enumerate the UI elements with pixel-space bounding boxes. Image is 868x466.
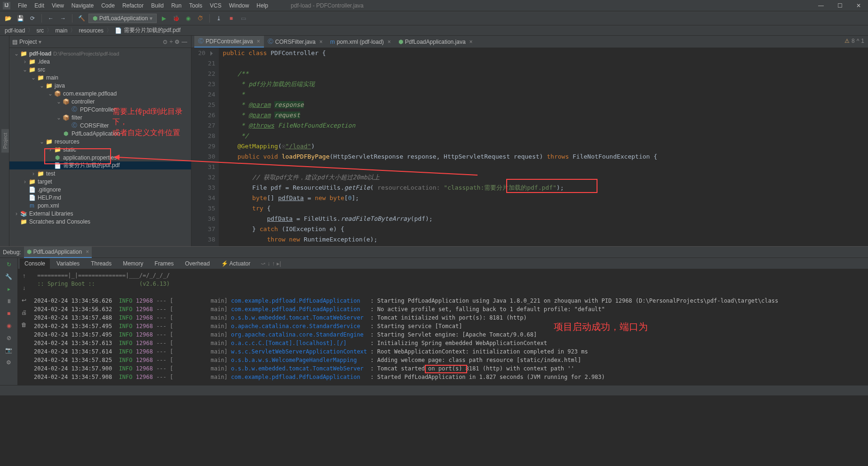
variables-tab[interactable]: Variables: [52, 258, 84, 269]
menu-window[interactable]: Window: [225, 0, 253, 11]
tree-src[interactable]: ⌄📁src: [9, 65, 191, 73]
menu-code[interactable]: Code: [97, 0, 119, 11]
resume-button[interactable]: ▸: [4, 284, 14, 294]
menu-help[interactable]: Help: [253, 0, 272, 11]
close-icon[interactable]: ×: [86, 249, 89, 255]
tree-target[interactable]: ›📁target: [9, 177, 191, 185]
menu-refactor[interactable]: Refactor: [119, 0, 147, 11]
maximize-button[interactable]: ☐: [830, 0, 849, 11]
attach-button[interactable]: ⤓: [214, 13, 224, 24]
tree-gitignore[interactable]: 📄.gitignore: [9, 185, 191, 193]
tree-appprops[interactable]: ⬢application.properties: [9, 153, 191, 161]
console-tab[interactable]: Console: [20, 258, 50, 269]
tree-idea[interactable]: ›📁.idea: [9, 57, 191, 65]
stop-debug-button[interactable]: ■: [4, 309, 14, 318]
view-breakpoints-button[interactable]: ◉: [4, 321, 14, 330]
crumb-file[interactable]: 📄 需要分片加载的pdf.pdf: [113, 26, 183, 34]
tree-test[interactable]: ›📁test: [9, 169, 191, 177]
menu-file[interactable]: File: [14, 0, 31, 11]
crumb-resources[interactable]: resources: [77, 27, 105, 34]
menu-view[interactable]: View: [48, 0, 68, 11]
undo-button[interactable]: ←: [46, 13, 56, 24]
menu-edit[interactable]: Edit: [31, 0, 48, 11]
close-icon[interactable]: ×: [319, 39, 323, 45]
tree-main[interactable]: ⌄📁main: [9, 73, 191, 81]
hide-icon[interactable]: —: [182, 39, 187, 45]
tab-pdfcontroller[interactable]: ⒸPDFController.java×: [194, 36, 264, 48]
debug-button[interactable]: 🐞: [171, 13, 181, 24]
close-icon[interactable]: ×: [388, 39, 391, 45]
open-button[interactable]: 📂: [3, 13, 13, 24]
scroll-up-button[interactable]: ↑: [19, 271, 29, 281]
tree-controller[interactable]: ⌄📦controller: [9, 97, 191, 105]
modify-button[interactable]: 🔧: [4, 272, 14, 281]
step-over-button[interactable]: ⤻: [261, 260, 265, 267]
chevron-down-icon[interactable]: ▾: [39, 39, 41, 45]
threads-tab[interactable]: Threads: [86, 258, 116, 269]
overhead-tab[interactable]: Overhead: [180, 258, 215, 269]
coverage-button[interactable]: ◉: [183, 13, 193, 24]
tree-pdf-file[interactable]: 📄需要分片加载的pdf.pdf: [9, 161, 191, 169]
debug-config-tab[interactable]: ⬢PdfLoadApplication ×: [24, 247, 92, 258]
pause-button[interactable]: ⏸: [4, 297, 14, 306]
tree-pdfcontroller[interactable]: ⒸPDFController: [9, 105, 191, 113]
crumb-src[interactable]: src: [34, 27, 46, 34]
run-button[interactable]: ▶: [159, 13, 169, 24]
run-to-cursor-button[interactable]: ▸|: [277, 260, 281, 267]
expand-icon[interactable]: ÷: [169, 39, 173, 45]
tree-java[interactable]: ⌄📁java: [9, 81, 191, 89]
inspection-summary[interactable]: ⚠8 ^1: [844, 38, 864, 44]
tree-extlib[interactable]: ›📚External Libraries: [9, 209, 191, 217]
mute-breakpoints-button[interactable]: ⊘: [4, 333, 14, 343]
actuator-tab[interactable]: ⚡ Actuator: [216, 258, 255, 269]
memory-tab[interactable]: Memory: [118, 258, 148, 269]
tree-pdfloadapp[interactable]: ⬢PdfLoadApplication: [9, 129, 191, 137]
tree-root[interactable]: ⌄📁pdf-loadD:\PersonalProjects\pdf-load: [9, 49, 191, 57]
project-tool-tab[interactable]: Project: [1, 129, 9, 153]
menu-run[interactable]: Run: [167, 0, 185, 11]
rerun-button[interactable]: ↻: [4, 260, 14, 269]
frames-tab[interactable]: Frames: [150, 258, 179, 269]
tree-corsfilter[interactable]: ⒸCORSFilter: [9, 121, 191, 129]
tree-help[interactable]: 📄HELP.md: [9, 193, 191, 201]
redo-button[interactable]: →: [58, 13, 68, 24]
more-button[interactable]: ▭: [238, 13, 248, 24]
menu-tools[interactable]: Tools: [185, 0, 206, 11]
save-button[interactable]: 💾: [15, 13, 25, 24]
tab-pdfloadapp[interactable]: ⬢PdfLoadApplication.java×: [395, 36, 477, 48]
crumb-main[interactable]: main: [53, 27, 69, 34]
tab-pom[interactable]: mpom.xml (pdf-load)×: [326, 36, 395, 48]
build-button[interactable]: 🔨: [76, 13, 87, 24]
scroll-down-button[interactable]: ↓: [19, 283, 29, 293]
menu-navigate[interactable]: Navigate: [68, 0, 97, 11]
soft-wrap-button[interactable]: ↩: [19, 296, 29, 305]
minimize-button[interactable]: —: [812, 0, 830, 11]
settings-button[interactable]: ⚙: [4, 358, 14, 367]
editor-code[interactable]: public class PDFController { /** * pdf分片…: [219, 48, 868, 246]
gear-icon[interactable]: ⚙: [175, 39, 180, 45]
menu-vcs[interactable]: VCS: [206, 0, 225, 11]
close-button[interactable]: ✕: [849, 0, 868, 11]
tab-corsfilter[interactable]: ⒸCORSFilter.java×: [264, 36, 326, 48]
structure-tool-tab[interactable]: Structure: [0, 127, 1, 155]
close-icon[interactable]: ×: [470, 39, 473, 45]
tree-package[interactable]: ⌄📦com.example.pdfload: [9, 89, 191, 97]
refresh-button[interactable]: ⟳: [27, 13, 38, 24]
locate-icon[interactable]: ⊙: [163, 39, 167, 45]
tree-scratches[interactable]: 📁Scratches and Consoles: [9, 217, 191, 225]
camera-button[interactable]: 📷: [4, 345, 14, 355]
editor-body[interactable]: 20 ⏵212223242526272829303132333435363738…: [191, 48, 868, 246]
tree-resources[interactable]: ⌄📁resources: [9, 137, 191, 145]
menu-build[interactable]: Build: [147, 0, 167, 11]
tree-filter[interactable]: ⌄📦filter: [9, 113, 191, 121]
crumb-project[interactable]: pdf-load: [3, 27, 27, 34]
console-output[interactable]: =========|_|==============|___/=/_/_/_/ …: [30, 269, 868, 385]
project-tree[interactable]: ⌄📁pdf-loadD:\PersonalProjects\pdf-load ›…: [9, 48, 191, 246]
tree-pom[interactable]: mpom.xml: [9, 201, 191, 209]
profile-button[interactable]: ⏱: [195, 13, 206, 24]
run-config-select[interactable]: ⬢ PdfLoadApplication ▾: [88, 14, 157, 23]
step-into-button[interactable]: ↓: [267, 260, 270, 267]
tree-static[interactable]: ›📁static: [9, 145, 191, 153]
clear-button[interactable]: 🗑: [19, 320, 29, 329]
print-button[interactable]: 🖨: [19, 308, 29, 317]
